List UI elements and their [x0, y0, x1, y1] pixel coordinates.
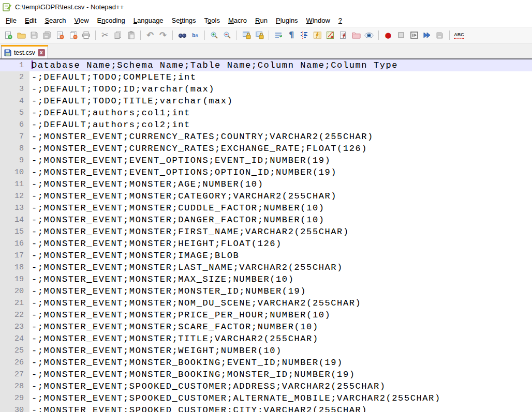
code-line[interactable]: -;MONSTER_EVENT;SPOOKED_CUSTOMER;ADDRESS…	[29, 380, 532, 392]
menu-item-encoding[interactable]: Encoding	[93, 14, 129, 26]
spellcheck-abc-icon: ABC	[454, 32, 464, 39]
macro-save-button[interactable]	[434, 29, 446, 41]
monitoring-eye-button[interactable]	[363, 29, 375, 41]
show-all-characters-button[interactable]: ¶	[285, 29, 298, 41]
close-all-button[interactable]	[67, 29, 79, 41]
indent-guide-button[interactable]	[298, 29, 311, 41]
code-line[interactable]: -;MONSTER_EVENT;MONSTER;FIRST_NAME;VARCH…	[29, 226, 532, 238]
paste-icon	[127, 31, 135, 39]
code-line[interactable]: -;MONSTER_EVENT;MONSTER;PRICE_PER_HOUR;N…	[29, 309, 532, 321]
function-list-button[interactable]	[337, 29, 349, 41]
code-line[interactable]: Database Name;Schema Name;Table Name;Col…	[29, 59, 532, 71]
toolbar-separator	[269, 30, 269, 40]
sync-vertical-scroll-button[interactable]	[240, 29, 253, 41]
code-line[interactable]: -;MONSTER_EVENT;MONSTER;NOM_DU_SCENE;VAR…	[29, 297, 532, 309]
code-line[interactable]: -;MONSTER_EVENT;MONSTER;MONSTER_ID;NUMBE…	[29, 285, 532, 297]
macro-stop-button[interactable]	[395, 29, 407, 41]
toolbar-separator	[95, 30, 96, 40]
tab-test-csv[interactable]: test.csv x	[1, 45, 48, 58]
paste-button[interactable]	[125, 29, 137, 41]
code-line[interactable]: -;MONSTER_EVENT;MONSTER;CATEGORY;VARCHAR…	[29, 190, 532, 202]
code-line[interactable]: -;MONSTER_EVENT;MONSTER;AGE;NUMBER(10)	[29, 178, 532, 190]
open-folder-button[interactable]	[15, 29, 27, 41]
find-button[interactable]	[176, 29, 188, 41]
code-line[interactable]: -;DEFAULT;TODO;ID;varchar(max)	[29, 83, 532, 95]
line-number: 9	[0, 155, 29, 166]
new-file-button[interactable]	[2, 29, 14, 41]
menu-item-view[interactable]: View	[70, 14, 93, 26]
code-line[interactable]: -;MONSTER_EVENT;MONSTER;CUDDLE_FACTOR;NU…	[29, 202, 532, 214]
macro-record-button[interactable]: ●	[382, 29, 394, 41]
macro-play-button[interactable]	[408, 29, 420, 41]
cut-button[interactable]: ✂	[99, 29, 111, 41]
code-line[interactable]: -;DEFAULT;authors;col2;int	[29, 119, 532, 131]
undo-button[interactable]: ↶	[144, 29, 156, 41]
copy-button[interactable]	[112, 29, 124, 41]
close-all-icon	[69, 31, 78, 39]
toolbar-separator	[172, 30, 173, 40]
code-line[interactable]: -;MONSTER_EVENT;MONSTER;HEIGHT;FLOAT(126…	[29, 238, 532, 250]
menu-item-edit[interactable]: Edit	[21, 14, 40, 26]
folder-as-workspace-button[interactable]	[350, 29, 362, 41]
code-line[interactable]: -;MONSTER_EVENT;CURRENCY_RATES;COUNTRY;V…	[29, 131, 532, 143]
menu-item-language[interactable]: Language	[129, 14, 168, 26]
menu-item-tools[interactable]: Tools	[200, 14, 224, 26]
close-file-button[interactable]	[54, 29, 66, 41]
spellcheck-abc-button[interactable]: ABC	[453, 29, 465, 41]
menu-item-search[interactable]: Search	[40, 14, 70, 26]
code-line[interactable]: -;MONSTER_EVENT;SPOOKED_CUSTOMER;CITY;VA…	[29, 404, 532, 412]
zoom-in-icon	[210, 31, 218, 39]
tab-bar: test.csv x	[0, 43, 532, 59]
word-wrap-icon	[274, 32, 283, 39]
code-line[interactable]: -;DEFAULT;authors;col1;int	[29, 107, 532, 119]
line-number: 2	[0, 71, 29, 83]
menu-item-help[interactable]: ?	[334, 14, 346, 26]
save-button[interactable]	[28, 29, 40, 41]
replace-button[interactable]: ba	[189, 29, 201, 41]
sync-horizontal-scroll-button[interactable]	[253, 29, 265, 41]
macro-save-icon	[436, 31, 444, 39]
menu-item-settings[interactable]: Settings	[168, 14, 200, 26]
code-line[interactable]: -;MONSTER_EVENT;EVENT_OPTIONS;OPTION_ID;…	[29, 166, 532, 178]
code-line[interactable]: -;MONSTER_EVENT;MONSTER_BOOKING;EVENT_ID…	[29, 357, 532, 369]
function-list-icon	[339, 31, 347, 39]
word-wrap-button[interactable]	[272, 29, 285, 41]
code-line[interactable]: -;MONSTER_EVENT;MONSTER;LAST_NAME;VARCHA…	[29, 262, 532, 273]
zoom-out-button[interactable]	[221, 29, 233, 41]
tab-close-icon[interactable]: x	[38, 49, 45, 56]
indent-guide-icon	[300, 31, 308, 39]
code-area[interactable]: Database Name;Schema Name;Table Name;Col…	[29, 59, 532, 412]
redo-button[interactable]: ↷	[157, 29, 169, 41]
editor[interactable]: 1234567891011121314151617181920212223242…	[0, 59, 532, 412]
line-number: 15	[0, 226, 29, 238]
code-line[interactable]: -;MONSTER_EVENT;MONSTER;SCARE_FACTOR;NUM…	[29, 321, 532, 333]
print-button[interactable]	[80, 29, 92, 41]
document-map-button[interactable]	[311, 29, 323, 41]
save-all-button[interactable]	[41, 29, 53, 41]
line-number: 13	[0, 202, 29, 214]
title-bar: C:\temp\GDPR\test.csv - Notepad++	[0, 0, 532, 13]
code-line[interactable]: -;MONSTER_EVENT;MONSTER_BOOKING;MONSTER_…	[29, 369, 532, 380]
code-line[interactable]: -;MONSTER_EVENT;EVENT_OPTIONS;EVENT_ID;N…	[29, 155, 532, 166]
menu-item-run[interactable]: Run	[251, 14, 272, 26]
code-line[interactable]: -;MONSTER_EVENT;SPOOKED_CUSTOMER;ALTERNA…	[29, 392, 532, 404]
window-title: C:\temp\GDPR\test.csv - Notepad++	[15, 3, 124, 11]
menu-item-file[interactable]: File	[2, 14, 21, 26]
code-line[interactable]: -;MONSTER_EVENT;MONSTER;DANGER_FACTOR;NU…	[29, 214, 532, 226]
menu-item-plugins[interactable]: Plugins	[272, 14, 302, 26]
line-number: 14	[0, 214, 29, 226]
cut-icon: ✂	[101, 31, 108, 39]
code-line[interactable]: -;MONSTER_EVENT;MONSTER;WEIGHT;NUMBER(10…	[29, 345, 532, 357]
menu-item-window[interactable]: Window	[302, 14, 334, 26]
code-line[interactable]: -;MONSTER_EVENT;MONSTER;TITLE;VARCHAR2(2…	[29, 333, 532, 345]
code-line[interactable]: -;DEFAULT;TODO;TITLE;varchar(max)	[29, 95, 532, 107]
file-browser-button[interactable]	[324, 29, 336, 41]
code-line[interactable]: -;MONSTER_EVENT;CURRENCY_RATES;EXCHANGE_…	[29, 143, 532, 155]
code-line[interactable]: -;MONSTER_EVENT;MONSTER;IMAGE;BLOB	[29, 250, 532, 262]
line-number: 8	[0, 143, 29, 155]
code-line[interactable]: -;MONSTER_EVENT;MONSTER;MAX_SIZE;NUMBER(…	[29, 273, 532, 285]
zoom-in-button[interactable]	[208, 29, 220, 41]
code-line[interactable]: -;DEFAULT;TODO;COMPLETE;int	[29, 71, 532, 83]
macro-run-multiple-button[interactable]	[421, 29, 433, 41]
menu-item-macro[interactable]: Macro	[224, 14, 251, 26]
